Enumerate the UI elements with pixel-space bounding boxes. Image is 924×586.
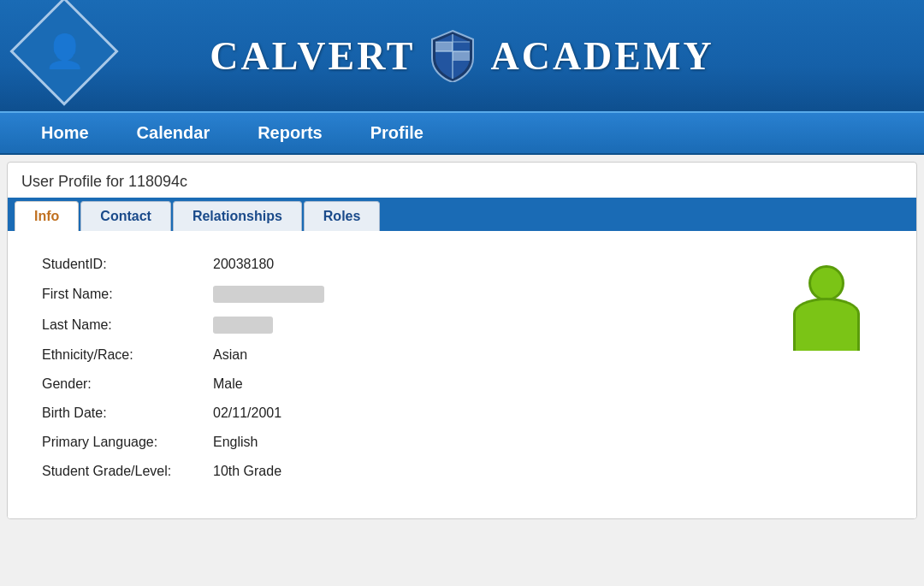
nav-reports[interactable]: Reports — [234, 113, 346, 153]
field-last-name: Last Name: — [42, 317, 762, 334]
field-primary-language: Primary Language: English — [42, 435, 762, 450]
navigation: Home Calendar Reports Profile — [0, 111, 924, 155]
value-ethnicity: Asian — [213, 347, 247, 363]
avatar — [788, 265, 865, 351]
value-grade-level: 10th Grade — [213, 464, 281, 479]
value-student-id: 20038180 — [213, 257, 274, 272]
tab-roles[interactable]: Roles — [304, 201, 381, 231]
nav-calendar[interactable]: Calendar — [113, 113, 234, 153]
field-first-name: First Name: — [42, 286, 762, 303]
page-content: User Profile for 118094c Info Contact Re… — [7, 162, 917, 519]
tab-contact[interactable]: Contact — [80, 201, 171, 231]
value-gender: Male — [213, 376, 243, 392]
value-first-name — [213, 286, 324, 303]
field-student-id: StudentID: 20038180 — [42, 257, 762, 272]
label-birth-date: Birth Date: — [42, 405, 213, 421]
tab-info[interactable]: Info — [15, 201, 79, 231]
title-left: CALVERT — [210, 33, 415, 79]
logo-silhouette: 👤 — [44, 35, 85, 68]
value-primary-language: English — [213, 435, 258, 450]
field-gender: Gender: Male — [42, 376, 762, 392]
label-last-name: Last Name: — [42, 317, 213, 333]
shield-icon — [430, 29, 475, 82]
diamond-logo: 👤 — [9, 0, 118, 106]
label-gender: Gender: — [42, 376, 213, 392]
value-last-name — [213, 317, 273, 334]
nav-home[interactable]: Home — [17, 113, 113, 153]
field-ethnicity: Ethnicity/Race: Asian — [42, 347, 762, 363]
title-right: ACADEMY — [490, 33, 714, 79]
tab-content-info: StudentID: 20038180 First Name: Last Nam… — [8, 231, 916, 518]
info-fields: StudentID: 20038180 First Name: Last Nam… — [42, 257, 762, 493]
label-first-name: First Name: — [42, 287, 213, 302]
label-grade-level: Student Grade/Level: — [42, 464, 213, 479]
value-birth-date: 02/11/2001 — [213, 405, 281, 421]
avatar-head — [808, 265, 844, 301]
header-title: CALVERT ACADEMY — [210, 29, 714, 82]
tabs-bar: Info Contact Relationships Roles — [8, 198, 916, 231]
label-student-id: StudentID: — [42, 257, 213, 272]
svg-rect-2 — [435, 42, 453, 51]
avatar-body — [793, 298, 860, 351]
svg-rect-3 — [453, 51, 470, 61]
nav-profile[interactable]: Profile — [346, 113, 447, 153]
label-ethnicity: Ethnicity/Race: — [42, 347, 213, 363]
logo: 👤 — [26, 13, 103, 90]
page-title: User Profile for 118094c — [8, 163, 916, 198]
field-grade-level: Student Grade/Level: 10th Grade — [42, 464, 762, 479]
field-birth-date: Birth Date: 02/11/2001 — [42, 405, 762, 421]
tab-relationships[interactable]: Relationships — [173, 201, 302, 231]
header: 👤 CALVERT ACADEMY — [0, 0, 924, 111]
label-primary-language: Primary Language: — [42, 435, 213, 450]
avatar-area — [779, 257, 882, 493]
